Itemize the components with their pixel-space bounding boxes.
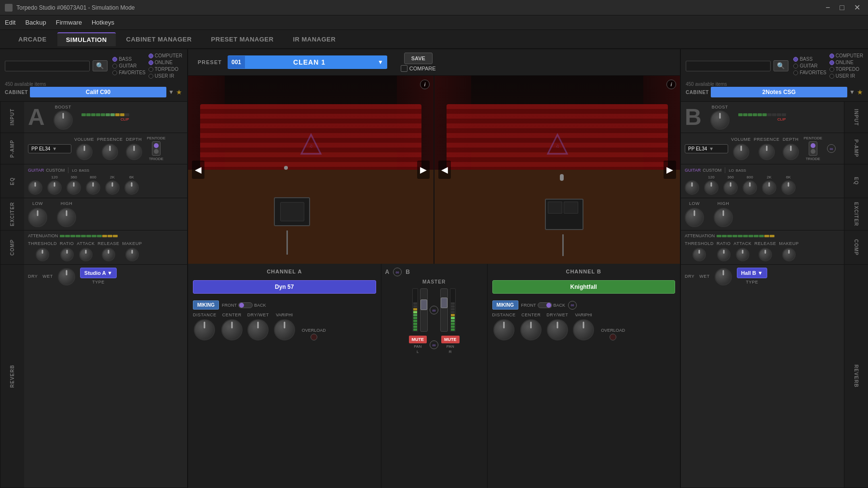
pamp-link-b[interactable]: ∞ [827, 144, 836, 153]
close-button[interactable]: ✕ [851, 3, 863, 12]
comp-release-ctrl-b[interactable] [759, 248, 772, 261]
cabinet-dropdown-a[interactable]: Calif C90 [30, 87, 166, 97]
filter-bass-a[interactable]: BASS [112, 56, 145, 62]
filter-favorites-a[interactable]: FAVORITES [112, 70, 145, 75]
comp-makeup-ctrl-a[interactable] [125, 248, 139, 261]
comp-ratio-ctrl-b[interactable] [717, 248, 731, 261]
reverb-dry-ctrl-b[interactable] [715, 268, 732, 285]
center-ctrl-b[interactable] [520, 319, 542, 340]
boost-knob-b[interactable] [710, 110, 730, 130]
distance-ctrl-a[interactable] [194, 319, 215, 340]
eq-6k-ctrl-a[interactable] [124, 180, 139, 195]
center-ctrl-a[interactable] [221, 319, 243, 340]
front-back-toggle-b[interactable] [538, 302, 552, 308]
eq-mode-custom-b[interactable]: CUSTOM [703, 168, 721, 173]
amp-selector-a[interactable]: PP EL34 ▼ [28, 144, 71, 153]
eq-2k-ctrl-b[interactable] [762, 180, 776, 195]
eq-800-ctrl-b[interactable] [743, 180, 757, 195]
fader-link[interactable]: ∞ [430, 306, 438, 314]
comp-threshold-ctrl-a[interactable] [36, 248, 49, 261]
eq-120-ctrl-b[interactable] [704, 180, 719, 195]
eq-360-ctrl-a[interactable] [67, 180, 81, 195]
compare-button[interactable]: COMPARE [409, 66, 436, 71]
cab-b-prev[interactable]: ◀ [438, 161, 451, 179]
comp-makeup-ctrl-b[interactable] [782, 248, 796, 261]
favorite-button-a[interactable]: ★ [176, 88, 182, 96]
reverb-dry-ctrl-a[interactable] [58, 268, 75, 285]
mic-select-a[interactable]: Dyn 57 [193, 280, 376, 294]
eq-6k-ctrl-b[interactable] [781, 180, 796, 195]
miking-button-b[interactable]: MIKING [492, 300, 518, 310]
fader-b[interactable] [440, 288, 448, 332]
eq-800-ctrl-a[interactable] [86, 180, 100, 195]
exciter-high-ctrl-b[interactable] [714, 208, 733, 227]
cab-a-info[interactable]: i [420, 80, 430, 89]
drywet-ctrl-a[interactable] [247, 319, 269, 340]
tab-ir-manager[interactable]: IR MANAGER [284, 33, 344, 46]
distance-ctrl-b[interactable] [493, 319, 515, 340]
search-input-a[interactable] [5, 61, 90, 71]
mute-button-b[interactable]: MUTE [441, 336, 460, 343]
filter-user-ir-a[interactable]: USER IR [149, 73, 182, 79]
filter-computer-a[interactable]: COMPUTER [149, 53, 182, 58]
filter-online-b[interactable]: ONLINE [829, 60, 863, 65]
exciter-low-ctrl-a[interactable] [28, 208, 47, 227]
search-button-a[interactable]: 🔍 [93, 60, 108, 71]
save-button[interactable]: SAVE [404, 53, 433, 64]
filter-guitar-a[interactable]: GUITAR [112, 63, 145, 68]
tab-cabinet-manager[interactable]: CABINET MANAGER [118, 33, 201, 46]
eq-120-ctrl-a[interactable] [47, 180, 62, 195]
comp-ratio-ctrl-a[interactable] [60, 248, 74, 261]
reverb-type-select-b[interactable]: Hall B ▼ [737, 268, 767, 278]
pentode-switch-b[interactable]: PENTODE TRIODE [804, 136, 823, 161]
eq-360-ctrl-b[interactable] [723, 180, 738, 195]
filter-torpedo-b[interactable]: TORPEDO [829, 67, 863, 72]
filter-computer-b[interactable]: COMPUTER [829, 53, 863, 58]
volume-knob-ctrl-a[interactable] [76, 144, 93, 160]
window-controls[interactable]: − □ ✕ [823, 3, 863, 12]
search-button-b[interactable]: 🔍 [773, 60, 788, 71]
presence-knob-ctrl-a[interactable] [102, 144, 118, 160]
menu-hotkeys[interactable]: Hotkeys [92, 19, 114, 26]
variphi-ctrl-a[interactable] [274, 319, 295, 340]
favorite-button-b[interactable]: ★ [857, 88, 863, 96]
menu-firmware[interactable]: Firmware [56, 19, 82, 26]
filter-user-ir-b[interactable]: USER IR [829, 73, 863, 79]
miking-link-b[interactable]: ∞ [568, 301, 577, 310]
filter-torpedo-a[interactable]: TORPEDO [149, 67, 182, 72]
eq-2k-ctrl-a[interactable] [105, 180, 120, 195]
pan-link[interactable]: ∞ [430, 340, 438, 349]
minimize-button[interactable]: − [823, 3, 833, 12]
mute-button-a[interactable]: MUTE [409, 336, 427, 343]
tab-preset-manager[interactable]: PRESET MANAGER [203, 33, 283, 46]
menu-backup[interactable]: Backup [25, 19, 46, 26]
cab-b-info[interactable]: i [666, 80, 676, 89]
fader-a[interactable] [420, 288, 428, 332]
cab-a-next[interactable]: ▶ [417, 161, 430, 179]
drywet-ctrl-b[interactable] [547, 319, 568, 340]
cabinet-arrow-a[interactable]: ▼ [168, 89, 174, 95]
menu-edit[interactable]: Edit [5, 19, 15, 26]
comp-attack-ctrl-b[interactable] [736, 248, 749, 261]
search-input-b[interactable] [686, 61, 771, 71]
eq-mode-guitar-a[interactable]: GUITAR [28, 168, 44, 173]
exciter-high-ctrl-a[interactable] [57, 208, 76, 227]
cabinet-dropdown-b[interactable]: 2Notes CSG [711, 87, 847, 97]
filter-guitar-b[interactable]: GUITAR [793, 63, 826, 68]
cab-b-next[interactable]: ▶ [664, 161, 676, 179]
reverb-type-select-a[interactable]: Studio A ▼ [80, 268, 117, 278]
tab-simulation[interactable]: SIMULATION [57, 32, 116, 46]
exciter-low-ctrl-b[interactable] [685, 208, 704, 227]
eq-lo-ctrl-b[interactable] [685, 180, 699, 195]
mic-select-b[interactable]: Knightfall [492, 280, 676, 294]
depth-knob-ctrl-a[interactable] [126, 144, 142, 160]
boost-knob-a[interactable] [54, 110, 73, 130]
filter-bass-b[interactable]: BASS [793, 56, 826, 62]
cabinet-arrow-b[interactable]: ▼ [849, 89, 855, 95]
filter-favorites-b[interactable]: FAVORITES [793, 70, 826, 75]
variphi-ctrl-b[interactable] [573, 319, 594, 340]
maximize-button[interactable]: □ [837, 3, 847, 12]
pentode-switch-a[interactable]: PENTODE TRIODE [147, 136, 166, 161]
depth-knob-ctrl-b[interactable] [783, 144, 799, 160]
master-ab-link[interactable]: ∞ [393, 268, 402, 276]
